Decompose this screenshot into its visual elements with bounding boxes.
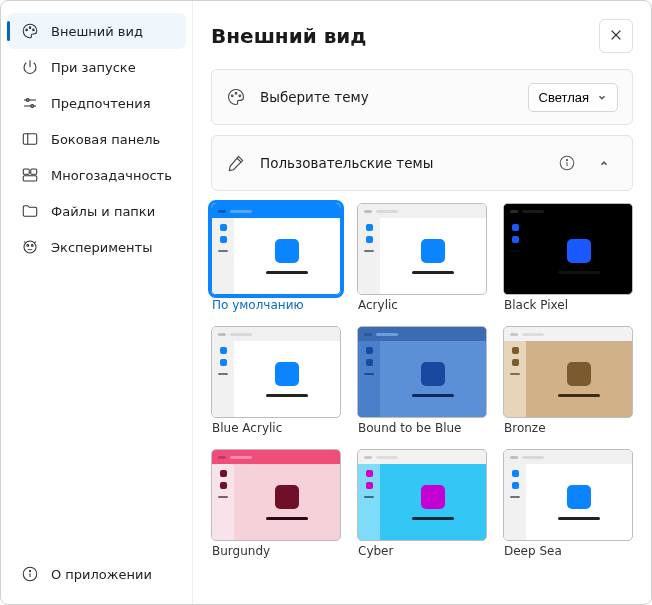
main-panel: Внешний вид Выберите тему Светлая (193, 1, 651, 604)
sidebar-item-label: Эксперименты (51, 240, 152, 255)
sidebar-footer: О приложении (7, 556, 186, 592)
sidebar-list: Внешний вид При запуске Предпочтения Бок… (7, 13, 186, 556)
sidebar-item-experiments[interactable]: Эксперименты (7, 229, 186, 265)
settings-sidebar: Внешний вид При запуске Предпочтения Бок… (1, 1, 193, 604)
theme-thumbnail (211, 203, 341, 295)
sidebar-item-about[interactable]: О приложении (7, 556, 186, 592)
sliders-icon (21, 94, 39, 112)
svg-point-21 (235, 92, 237, 94)
sidebar-item-startup[interactable]: При запуске (7, 49, 186, 85)
theme-thumbnail (357, 326, 487, 418)
theme-label: Acrylic (357, 298, 487, 312)
svg-rect-7 (23, 134, 37, 145)
sidebar-item-label: Файлы и папки (51, 204, 155, 219)
sidebar-item-preferences[interactable]: Предпочтения (7, 85, 186, 121)
power-icon (21, 58, 39, 76)
palette-icon (21, 22, 39, 40)
panel-icon (21, 130, 39, 148)
svg-point-13 (27, 245, 29, 247)
select-theme-label: Выберите тему (260, 89, 514, 105)
svg-point-2 (33, 29, 35, 31)
theme-grid: По умолчанию Acrylic (211, 201, 633, 568)
theme-label: Deep Sea (503, 544, 633, 558)
theme-label: Black Pixel (503, 298, 633, 312)
sidebar-item-label: Предпочтения (51, 96, 151, 111)
sidebar-item-files[interactable]: Файлы и папки (7, 193, 186, 229)
svg-point-14 (31, 245, 33, 247)
sidebar-item-appearance[interactable]: Внешний вид (7, 13, 186, 49)
select-theme-row: Выберите тему Светлая (212, 70, 632, 124)
theme-label: Burgundy (211, 544, 341, 558)
svg-point-20 (231, 95, 233, 97)
theme-card[interactable]: Deep Sea (503, 449, 633, 558)
svg-point-12 (24, 241, 36, 253)
svg-point-25 (566, 159, 567, 160)
theme-label: По умолчанию (211, 298, 341, 312)
experiments-icon (21, 238, 39, 256)
sidebar-item-label: Боковая панель (51, 132, 160, 147)
theme-card[interactable]: Black Pixel (503, 203, 633, 312)
theme-thumbnail (357, 449, 487, 541)
svg-rect-11 (23, 176, 37, 181)
theme-thumbnail (503, 326, 633, 418)
info-icon (21, 565, 39, 583)
theme-thumbnail (211, 326, 341, 418)
sidebar-item-label: О приложении (51, 567, 152, 582)
select-theme-card: Выберите тему Светлая (211, 69, 633, 125)
theme-label: Bound to be Blue (357, 421, 487, 435)
folder-icon (21, 202, 39, 220)
custom-themes-card: Пользовательские темы (211, 135, 633, 191)
theme-card[interactable]: Acrylic (357, 203, 487, 312)
brush-icon (226, 153, 246, 173)
chevron-up-icon (599, 158, 609, 168)
app-window: Внешний вид При запуске Предпочтения Бок… (0, 0, 652, 605)
svg-point-0 (26, 29, 28, 31)
theme-card[interactable]: Blue Acrylic (211, 326, 341, 435)
custom-themes-label: Пользовательские темы (260, 155, 544, 171)
theme-thumbnail (503, 203, 633, 295)
sidebar-item-sidebar[interactable]: Боковая панель (7, 121, 186, 157)
page-title: Внешний вид (211, 24, 367, 48)
svg-rect-10 (31, 169, 37, 174)
info-icon[interactable] (558, 154, 576, 172)
main-header: Внешний вид (211, 19, 633, 53)
theme-card[interactable]: Bronze (503, 326, 633, 435)
theme-card[interactable]: По умолчанию (211, 203, 341, 312)
collapse-button[interactable] (590, 149, 618, 177)
custom-themes-header[interactable]: Пользовательские темы (212, 136, 632, 190)
svg-point-22 (239, 95, 241, 97)
close-icon (609, 28, 623, 45)
svg-rect-9 (23, 169, 29, 174)
theme-label: Blue Acrylic (211, 421, 341, 435)
theme-card[interactable]: Burgundy (211, 449, 341, 558)
theme-select-dropdown[interactable]: Светлая (528, 83, 618, 112)
chevron-down-icon (597, 92, 607, 102)
sidebar-item-label: Внешний вид (51, 24, 143, 39)
palette-icon (226, 87, 246, 107)
theme-thumbnail (357, 203, 487, 295)
svg-point-1 (29, 27, 31, 29)
theme-select-value: Светлая (539, 90, 589, 105)
sidebar-item-multitasking[interactable]: Многозадачность (7, 157, 186, 193)
theme-thumbnail (211, 449, 341, 541)
theme-thumbnail (503, 449, 633, 541)
theme-label: Bronze (503, 421, 633, 435)
svg-point-17 (29, 570, 30, 571)
sidebar-item-label: Многозадачность (51, 168, 172, 183)
theme-card[interactable]: Bound to be Blue (357, 326, 487, 435)
theme-card[interactable]: Cyber (357, 449, 487, 558)
sidebar-item-label: При запуске (51, 60, 136, 75)
theme-label: Cyber (357, 544, 487, 558)
multitask-icon (21, 166, 39, 184)
close-button[interactable] (599, 19, 633, 53)
